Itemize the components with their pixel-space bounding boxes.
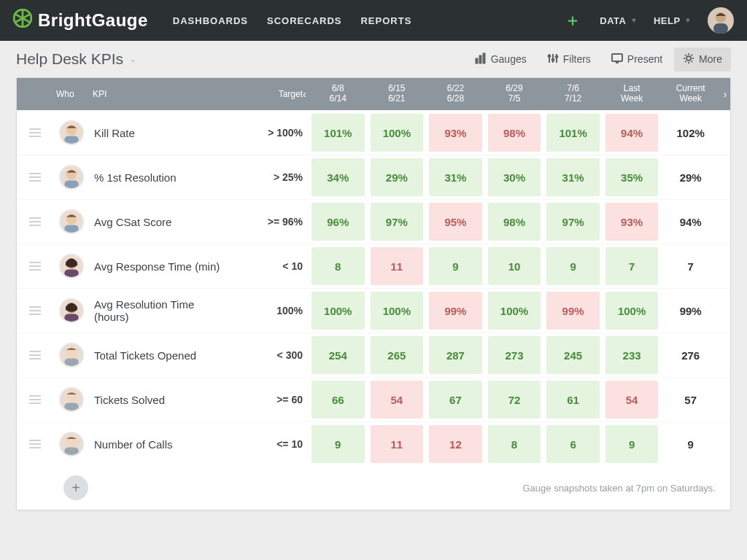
metric-cell[interactable]: 101% — [546, 114, 600, 152]
metric-cell[interactable]: 72 — [488, 381, 541, 419]
metric-cell[interactable]: 30% — [488, 158, 541, 196]
avatar[interactable] — [53, 343, 90, 368]
kpi-name[interactable]: Total Tickets Opened — [90, 349, 228, 362]
metric-cell[interactable]: 7 — [664, 247, 717, 285]
metric-cell[interactable]: 98% — [488, 114, 541, 152]
avatar[interactable] — [53, 387, 90, 412]
metric-cell[interactable]: 102% — [664, 114, 717, 152]
metric-cell[interactable]: 11 — [371, 247, 424, 285]
col-who: Who — [53, 89, 90, 99]
kpi-name[interactable]: % 1st Resolution — [90, 171, 228, 184]
metric-cell[interactable]: 9 — [546, 247, 600, 285]
page-title-dropdown[interactable]: ⌄ — [129, 54, 136, 64]
metric-cell[interactable]: 100% — [488, 292, 541, 330]
scroll-left-button[interactable]: ‹ — [303, 88, 306, 100]
metric-cell[interactable]: 29% — [664, 158, 717, 196]
metric-cell[interactable]: 101% — [311, 114, 365, 152]
metric-cell[interactable]: 57 — [664, 381, 717, 419]
metric-cell[interactable]: 9 — [429, 247, 482, 285]
kpi-name[interactable]: Kill Rate — [90, 127, 228, 139]
tool-present[interactable]: Present — [603, 47, 671, 71]
reorder-handle-icon[interactable] — [17, 306, 53, 315]
metric-cell[interactable]: 93% — [429, 114, 482, 152]
metric-cell[interactable]: 99% — [429, 292, 482, 330]
metric-cell[interactable]: 276 — [664, 336, 717, 374]
kpi-name[interactable]: Avg CSat Score — [90, 216, 228, 228]
scroll-right-button[interactable]: › — [720, 88, 730, 100]
reorder-handle-icon[interactable] — [17, 128, 53, 137]
metric-cell[interactable]: 265 — [371, 336, 424, 374]
metric-cell[interactable]: 12 — [429, 425, 482, 463]
metric-cell[interactable]: 34% — [311, 158, 365, 196]
metric-cell[interactable]: 97% — [546, 203, 600, 241]
nav-link-dashboards[interactable]: DASHBOARDS — [173, 15, 248, 26]
kpi-name[interactable]: Tickets Solved — [90, 394, 228, 406]
metric-cell[interactable]: 99% — [546, 292, 600, 330]
nav-link-reports[interactable]: REPORTS — [360, 15, 411, 26]
metric-cell[interactable]: 100% — [605, 292, 659, 330]
period-3-l1: 6/29 — [485, 84, 544, 94]
tool-filters[interactable]: Filters — [538, 47, 600, 71]
metric-cell[interactable]: 8 — [311, 247, 365, 285]
metric-cell[interactable]: 99% — [664, 292, 717, 330]
avatar[interactable] — [53, 254, 90, 279]
metric-cell[interactable]: 96% — [311, 203, 365, 241]
metric-cell[interactable]: 254 — [311, 336, 365, 374]
metric-cell[interactable]: 94% — [664, 203, 717, 241]
tool-gauges[interactable]: Gauges — [466, 47, 535, 71]
table-header-row: Who KPI Target ‹ 6/8 6/14 6/156/21 6/226… — [17, 78, 730, 110]
metric-cell[interactable]: 31% — [546, 158, 600, 196]
nav-help-dropdown[interactable]: HELP ▼ — [654, 15, 692, 26]
add-kpi-button[interactable]: + — [63, 475, 88, 500]
metric-cell[interactable]: 98% — [488, 203, 541, 241]
brand-logo[interactable]: BrightGauge — [13, 9, 148, 32]
svg-point-9 — [548, 55, 551, 58]
metric-cell[interactable]: 100% — [311, 292, 365, 330]
metric-cell[interactable]: 54 — [605, 381, 659, 419]
reorder-handle-icon[interactable] — [17, 351, 53, 359]
reorder-handle-icon[interactable] — [17, 395, 53, 404]
metric-cell[interactable]: 67 — [429, 381, 482, 419]
metric-cell[interactable]: 31% — [429, 158, 482, 196]
metric-cell[interactable]: 7 — [605, 247, 659, 285]
user-avatar[interactable] — [708, 7, 734, 34]
metric-cell[interactable]: 93% — [605, 203, 659, 241]
nav-data-dropdown[interactable]: DATA ▼ — [600, 15, 638, 26]
metric-cell[interactable]: 8 — [488, 425, 541, 463]
nav-link-scorecards[interactable]: SCORECARDS — [267, 15, 341, 26]
reorder-handle-icon[interactable] — [17, 173, 53, 182]
metric-cell[interactable]: 9 — [664, 425, 717, 463]
metric-cell[interactable]: 97% — [371, 203, 424, 241]
metric-cell[interactable]: 11 — [371, 425, 424, 463]
kpi-name[interactable]: Number of Calls — [90, 438, 228, 451]
metric-cell[interactable]: 6 — [546, 425, 600, 463]
metric-cell[interactable]: 29% — [371, 158, 424, 196]
metric-cell[interactable]: 273 — [488, 336, 541, 374]
kpi-name[interactable]: Avg Resolution Time (hours) — [90, 298, 228, 323]
metric-cell[interactable]: 287 — [429, 336, 482, 374]
avatar[interactable] — [53, 120, 90, 145]
metric-cell[interactable]: 245 — [546, 336, 600, 374]
metric-cell[interactable]: 100% — [371, 292, 424, 330]
reorder-handle-icon[interactable] — [17, 262, 53, 271]
tool-more[interactable]: More — [674, 47, 731, 71]
metric-cell[interactable]: 35% — [605, 158, 659, 196]
metric-cell[interactable]: 94% — [605, 114, 659, 152]
metric-cell[interactable]: 95% — [429, 203, 482, 241]
metric-cell[interactable]: 54 — [371, 381, 424, 419]
avatar[interactable] — [53, 432, 90, 456]
metric-cell[interactable]: 10 — [488, 247, 541, 285]
metric-cell[interactable]: 9 — [605, 425, 659, 463]
avatar[interactable] — [53, 209, 90, 234]
metric-cell[interactable]: 100% — [371, 114, 424, 152]
reorder-handle-icon[interactable] — [17, 440, 53, 448]
reorder-handle-icon[interactable] — [17, 217, 53, 226]
metric-cell[interactable]: 66 — [311, 381, 365, 419]
metric-cell[interactable]: 61 — [546, 381, 600, 419]
avatar[interactable] — [53, 165, 90, 190]
metric-cell[interactable]: 9 — [311, 425, 365, 463]
kpi-name[interactable]: Avg Response Time (min) — [90, 260, 228, 273]
metric-cell[interactable]: 233 — [605, 336, 659, 374]
add-button[interactable]: ＋ — [562, 7, 584, 34]
avatar[interactable] — [53, 298, 90, 323]
